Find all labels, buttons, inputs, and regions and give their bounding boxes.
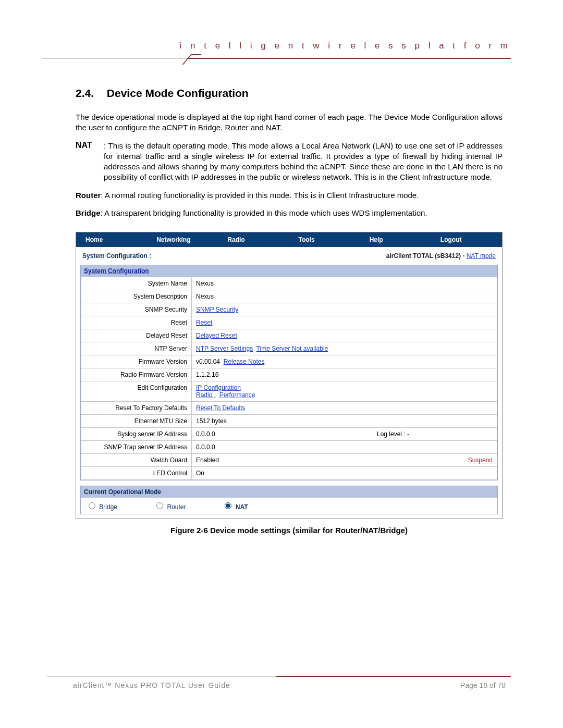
nav-help[interactable]: Help xyxy=(360,235,431,245)
nav-tools[interactable]: Tools xyxy=(289,235,360,245)
table-row: ResetReset xyxy=(81,316,497,329)
mode-router-option[interactable]: Router xyxy=(154,501,186,511)
snmp-security-link[interactable]: SNMP Security xyxy=(196,306,238,313)
device-status: airClient TOTAL (sB3412) - NAT mode xyxy=(386,252,496,260)
cfg-key: System Name xyxy=(81,277,192,290)
mode-router-radio[interactable] xyxy=(156,502,163,509)
system-config-panel: System Configuration System NameNexus Sy… xyxy=(80,265,498,480)
table-row: SNMP Trap server IP Address0.0.0.0 xyxy=(81,441,497,454)
definition-nat: NAT : This is the default operating mode… xyxy=(76,141,503,183)
system-config-table: System NameNexus System DescriptionNexus… xyxy=(81,277,497,480)
header-rule xyxy=(0,52,511,65)
main-navbar: Home Networking Radio Tools Help Logout xyxy=(76,232,502,247)
radio-config-link[interactable]: Radio : xyxy=(196,391,216,399)
router-label: Router xyxy=(76,191,101,200)
mode-bridge-option[interactable]: Bridge xyxy=(86,501,117,511)
syslog-ip: 0.0.0.0 xyxy=(196,430,215,438)
factory-reset-link[interactable]: Reset To Defaults xyxy=(196,404,246,412)
cfg-val: Nexus xyxy=(192,277,497,290)
page-footer: airClient™ Nexus PRO TOTAL User Guide Pa… xyxy=(0,671,563,692)
cfg-val: Nexus xyxy=(192,290,497,303)
table-row: Edit Configuration IP Configuration Radi… xyxy=(81,381,497,402)
cfg-key: SNMP Security xyxy=(81,303,192,316)
cfg-key: SNMP Trap server IP Address xyxy=(81,441,192,454)
nav-logout[interactable]: Logout xyxy=(431,235,502,245)
embedded-ui: Home Networking Radio Tools Help Logout … xyxy=(76,232,503,519)
table-row: System DescriptionNexus xyxy=(81,290,497,303)
table-row: Reset To Factory DefaultsReset To Defaul… xyxy=(81,402,497,415)
mode-nat-label: NAT xyxy=(236,503,248,511)
device-mode-link[interactable]: NAT mode xyxy=(467,252,496,260)
table-row: LED ControlOn xyxy=(81,467,497,480)
table-row: Delayed ResetDelayed Reset xyxy=(81,329,497,342)
ntp-settings-link[interactable]: NTP Server Settings xyxy=(196,345,253,352)
trap-ip: 0.0.0.0 xyxy=(192,441,497,454)
cfg-key: Edit Configuration xyxy=(81,381,192,402)
mode-router-label: Router xyxy=(167,503,186,511)
reset-link[interactable]: Reset xyxy=(196,319,212,326)
cfg-key: LED Control xyxy=(81,467,192,480)
mode-nat-radio[interactable] xyxy=(225,502,231,509)
table-row: System NameNexus xyxy=(81,277,497,290)
delayed-reset-link[interactable]: Delayed Reset xyxy=(196,332,237,339)
nat-label: NAT xyxy=(76,141,104,183)
cfg-key: System Description xyxy=(81,290,192,303)
section-number: 2.4. xyxy=(76,87,104,100)
definition-router: Router: A normal routing functionality i… xyxy=(76,190,503,201)
cfg-key: NTP Server xyxy=(81,342,192,355)
cfg-key: Reset xyxy=(81,316,192,329)
section-title: Device Mode Configuration xyxy=(107,87,249,99)
table-row: Ethernet MTU Size1512 bytes xyxy=(81,415,497,428)
watchguard-status: Enabled xyxy=(196,456,219,464)
section-heading: 2.4. Device Mode Configuration xyxy=(76,87,503,100)
mtu-value: 1512 bytes xyxy=(192,415,497,428)
mode-nat-option[interactable]: NAT xyxy=(222,501,248,511)
release-notes-link[interactable]: Release Notes xyxy=(224,358,265,365)
intro-paragraph: The device operational mode is displayed… xyxy=(76,112,503,133)
nat-body: : This is the default operating mode. Th… xyxy=(104,141,503,183)
suspend-link[interactable]: Suspend xyxy=(468,456,493,464)
device-model: airClient TOTAL (sB3412) - xyxy=(386,252,467,260)
nav-networking[interactable]: Networking xyxy=(147,235,218,245)
log-level: Log level : - xyxy=(377,430,493,438)
router-body: : A normal routing functionality is prov… xyxy=(101,191,419,200)
mode-panel: Current Operational Mode Bridge Router N… xyxy=(80,486,498,514)
subheader-title: System Configuration : xyxy=(82,252,151,260)
footer-guide-name: airClient™ Nexus PRO TOTAL User Guide xyxy=(73,681,230,689)
cfg-key: Watch Guard xyxy=(81,454,192,467)
footer-page-number: Page 18 of 78 xyxy=(460,681,506,689)
system-config-header[interactable]: System Configuration xyxy=(81,265,497,277)
mode-bridge-label: Bridge xyxy=(99,503,117,511)
nav-radio[interactable]: Radio xyxy=(218,235,289,245)
mode-bridge-radio[interactable] xyxy=(89,502,95,509)
cfg-key: Firmware Version xyxy=(81,355,192,368)
table-row: SNMP SecuritySNMP Security xyxy=(81,303,497,316)
nav-home[interactable]: Home xyxy=(76,235,147,245)
ip-config-link[interactable]: IP Configuration xyxy=(196,384,241,391)
table-row: Syslog server IP Address0.0.0.0Log level… xyxy=(81,428,497,441)
cfg-key: Radio Firmware Version xyxy=(81,368,192,381)
header-tagline: i n t e l l i g e n t w i r e l e s s p … xyxy=(180,41,511,51)
performance-link[interactable]: Performance xyxy=(219,391,255,399)
cfg-key: Delayed Reset xyxy=(81,329,192,342)
table-row: Firmware Versionv0.00.04 Release Notes xyxy=(81,355,497,368)
bridge-label: Bridge xyxy=(76,208,101,217)
radio-firmware-version: 1.1.2.16 xyxy=(192,368,497,381)
mode-panel-header: Current Operational Mode xyxy=(81,486,497,498)
cfg-key: Syslog server IP Address xyxy=(81,428,192,441)
table-row: NTP ServerNTP Server Settings Time Serve… xyxy=(81,342,497,355)
cfg-key: Reset To Factory Defaults xyxy=(81,402,192,415)
ntp-unavailable-link[interactable]: Time Server Not available xyxy=(256,345,328,352)
cfg-key: Ethernet MTU Size xyxy=(81,415,192,428)
figure-caption: Figure 2-6 Device mode settings (similar… xyxy=(76,525,503,536)
definition-bridge: Bridge: A transparent bridging functiona… xyxy=(76,208,503,218)
table-row: Watch GuardEnabledSuspend xyxy=(81,454,497,467)
firmware-version: v0.00.04 xyxy=(196,358,220,365)
table-row: Radio Firmware Version1.1.2.16 xyxy=(81,368,497,381)
bridge-body: : A transparent bridging functionality i… xyxy=(101,208,427,217)
led-status: On xyxy=(192,467,497,480)
